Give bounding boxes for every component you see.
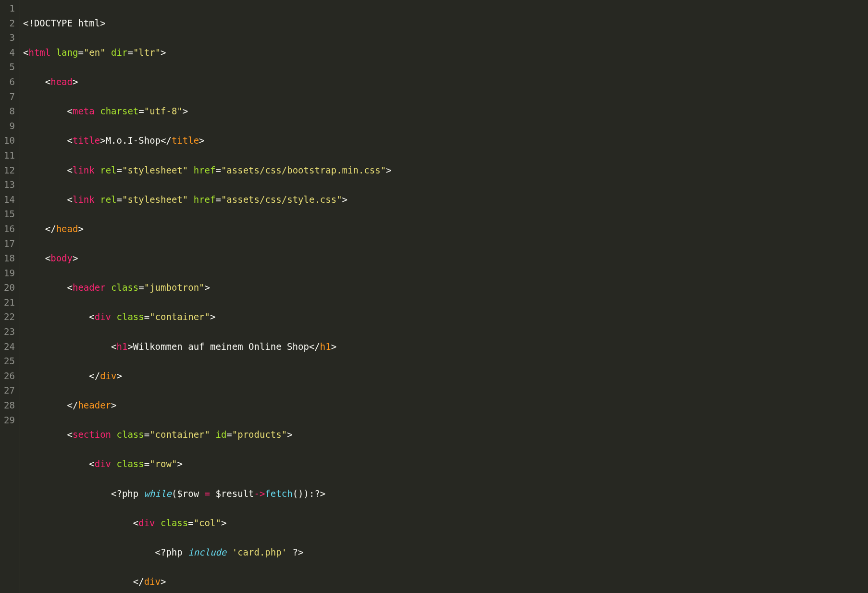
code-line[interactable]: <section class="container" id="products"… [23,427,866,442]
line-number: 3 [2,30,16,45]
paren: ( [172,488,177,499]
equals: = [138,106,144,116]
space [210,488,215,499]
close-tag-name: div [100,371,116,381]
attr-name: dir [111,47,127,58]
indent [23,400,67,410]
indent [23,194,67,205]
line-number: 4 [2,45,16,60]
php-keyword: while [144,488,172,499]
line-number: 27 [2,383,16,398]
indent [23,253,45,263]
code-line[interactable]: <div class="row"> [23,457,866,471]
php-function: fetch [265,488,292,499]
code-line[interactable]: <div class="col"> [23,516,866,531]
equals: = [144,429,149,440]
php-variable: $result [215,488,254,499]
angle-close: > [205,282,210,293]
equals: = [117,165,122,175]
equals: = [144,458,149,469]
tag-name: h1 [116,341,127,352]
indent [23,547,155,557]
angle-open: < [45,76,50,87]
indent [23,371,89,381]
text-content: Wilkommen auf meinem Online Shop [133,341,309,352]
indent [23,458,89,469]
indent [23,311,89,322]
indent [23,165,67,175]
code-line[interactable]: <div class="container"> [23,309,866,324]
angle-open: < [67,429,73,440]
indent [23,223,45,234]
line-number: 23 [2,324,16,339]
attr-name: class [111,282,138,293]
code-line[interactable]: </div> [23,369,866,383]
line-number: 12 [2,163,16,178]
code-line[interactable]: <!DOCTYPE html> [23,16,866,31]
code-line[interactable]: <html lang="en" dir="ltr"> [23,45,866,60]
space [287,547,292,557]
attr-name: charset [100,106,138,116]
code-line[interactable]: </header> [23,398,866,413]
angle-open: < [133,518,138,528]
attr-name: class [117,429,144,440]
angle-open: </ [67,400,78,410]
attr-value: "stylesheet" [122,165,188,175]
angle-close: > [127,341,133,352]
space [111,458,116,469]
angle-open: < [23,47,28,58]
angle-open: < [111,341,116,352]
angle-close: > [100,135,105,146]
operator: = [205,488,210,499]
space [188,165,193,175]
tag-name: head [50,76,73,87]
tag-name: section [73,429,111,440]
code-line[interactable]: <h1>Wilkommen auf meinem Online Shop</h1… [23,339,866,354]
angle-open: < [89,458,94,469]
angle-open: </ [133,576,144,587]
angle-open: < [67,194,73,205]
space [95,106,100,116]
line-number: 20 [2,280,16,295]
line-number: 15 [2,207,16,222]
close-tag-name: div [144,576,161,587]
indent [23,518,133,528]
angle-open: < [45,253,50,263]
line-number: 1 [2,1,16,16]
line-number-gutter: 1 2 3 4 5 6 7 8 9 10 11 12 13 14 15 16 1… [0,0,20,593]
equals: = [144,311,149,322]
angle-close: > [73,76,78,87]
angle-close: > [210,311,215,322]
angle-open: </ [161,135,172,146]
attr-name: class [161,518,188,528]
code-line[interactable]: <?php include 'card.php' ?> [23,545,866,560]
code-line[interactable]: <link rel="stylesheet" href="assets/css/… [23,163,866,178]
code-line[interactable]: <meta charset="utf-8"> [23,104,866,119]
equals: = [188,518,193,528]
code-line[interactable]: <title>M.o.I-Shop</title> [23,133,866,148]
angle-open: </ [309,341,320,352]
doctype-token: <!DOCTYPE html> [23,18,106,28]
equals: = [78,47,83,58]
angle-open: </ [89,371,100,381]
code-line[interactable]: <?php while($row = $result->fetch()):?> [23,486,866,501]
code-line[interactable]: <link rel="stylesheet" href="assets/css/… [23,192,866,207]
code-line[interactable]: <header class="jumbotron"> [23,280,866,295]
code-line[interactable]: </head> [23,222,866,236]
equals: = [215,165,221,175]
code-editor-area[interactable]: <!DOCTYPE html> <html lang="en" dir="ltr… [20,0,868,593]
angle-close: > [111,400,116,410]
indent [23,135,67,146]
line-number: 21 [2,295,16,310]
close-tag-name: h1 [320,341,331,352]
attr-value: "stylesheet" [122,194,188,205]
code-line[interactable]: </div> [23,574,866,589]
attr-name: lang [56,47,78,58]
code-line[interactable]: <body> [23,251,866,266]
space [111,429,116,440]
code-line[interactable]: <head> [23,74,866,89]
space [155,518,161,528]
tag-name: div [95,458,111,469]
php-close-tag: ?> [293,547,304,557]
angle-close: > [177,458,182,469]
